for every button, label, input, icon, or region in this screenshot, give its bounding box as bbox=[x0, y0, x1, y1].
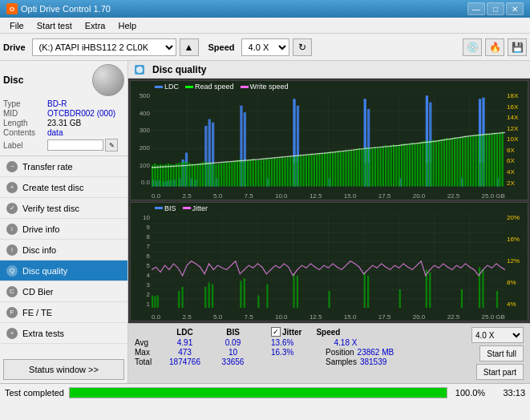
disc-quality-icon: Q bbox=[6, 265, 18, 277]
speed-select[interactable]: 4.0 X bbox=[241, 38, 289, 56]
chart2-svg bbox=[152, 214, 505, 309]
svg-rect-205 bbox=[181, 286, 183, 308]
svg-rect-214 bbox=[297, 275, 298, 308]
svg-rect-80 bbox=[237, 160, 238, 187]
svg-rect-180 bbox=[502, 132, 504, 187]
menu-file[interactable]: File bbox=[3, 19, 30, 32]
svg-rect-215 bbox=[329, 291, 330, 308]
drive-select[interactable]: (K:) ATAPI iHBS112 2 CL0K bbox=[32, 38, 176, 56]
close-button[interactable]: ✕ bbox=[506, 2, 524, 15]
save-button[interactable]: 💾 bbox=[508, 38, 527, 56]
svg-rect-108 bbox=[310, 153, 312, 186]
avg-bis: 0.09 bbox=[211, 338, 255, 347]
minimize-button[interactable]: — bbox=[467, 2, 485, 15]
svg-rect-160 bbox=[448, 139, 450, 187]
svg-rect-172 bbox=[480, 135, 482, 187]
svg-rect-97 bbox=[281, 157, 283, 187]
svg-rect-94 bbox=[273, 157, 275, 186]
svg-rect-152 bbox=[427, 141, 429, 186]
svg-rect-73 bbox=[218, 164, 220, 187]
svg-rect-165 bbox=[462, 136, 463, 186]
maximize-button[interactable]: □ bbox=[487, 2, 504, 15]
transfer-rate-icon: → bbox=[6, 161, 18, 172]
burn-button[interactable]: 🔥 bbox=[485, 38, 504, 56]
nav-label-verify-test: Verify test disc bbox=[22, 204, 79, 213]
sidebar-item-fe-te[interactable]: F FE / TE bbox=[0, 302, 127, 323]
eject-button[interactable]: ▲ bbox=[180, 38, 199, 56]
refresh-button[interactable]: ↻ bbox=[293, 38, 312, 56]
samples-value: 381539 bbox=[360, 357, 386, 366]
status-bar: Test completed 100.0% 33:13 bbox=[0, 383, 530, 401]
svg-rect-65 bbox=[196, 164, 198, 187]
sidebar-item-disc-quality[interactable]: Q Disc quality bbox=[0, 260, 127, 281]
svg-rect-77 bbox=[229, 162, 230, 186]
chart2-x-axis: 0.0 2.5 5.0 7.5 10.0 12.5 15.0 17.5 20.0… bbox=[152, 313, 505, 321]
content-area: Disc quality 500 400 300 200 100 0.0 18X bbox=[128, 61, 530, 383]
svg-rect-212 bbox=[266, 284, 268, 308]
sidebar-item-create-test-disc[interactable]: + Create test disc bbox=[0, 177, 127, 198]
svg-rect-151 bbox=[425, 140, 427, 186]
svg-rect-202 bbox=[154, 296, 156, 308]
menu-extra[interactable]: Extra bbox=[79, 19, 112, 32]
svg-rect-112 bbox=[322, 153, 323, 186]
svg-rect-92 bbox=[269, 159, 270, 186]
svg-rect-109 bbox=[314, 154, 315, 186]
disc-label-input[interactable] bbox=[47, 139, 103, 151]
elapsed-time: 33:13 bbox=[493, 388, 525, 398]
svg-rect-83 bbox=[245, 161, 246, 187]
svg-rect-70 bbox=[210, 163, 212, 186]
svg-rect-176 bbox=[491, 133, 492, 186]
svg-rect-149 bbox=[419, 142, 421, 186]
svg-rect-105 bbox=[303, 155, 305, 187]
svg-rect-153 bbox=[430, 140, 431, 186]
disc-contents-value: data bbox=[47, 128, 63, 137]
sidebar-item-drive-info[interactable]: i Drive info bbox=[0, 219, 127, 240]
svg-rect-157 bbox=[441, 139, 443, 187]
menu-help[interactable]: Help bbox=[111, 19, 143, 32]
svg-rect-147 bbox=[414, 143, 415, 187]
svg-rect-218 bbox=[399, 289, 401, 309]
drive-info-icon: i bbox=[6, 224, 18, 235]
stats-speed-select[interactable]: 4.0 X bbox=[471, 327, 524, 343]
status-text: Test completed bbox=[5, 388, 64, 398]
chart1-svg bbox=[152, 92, 505, 187]
svg-rect-101 bbox=[292, 157, 293, 187]
svg-rect-137 bbox=[387, 146, 389, 186]
svg-rect-216 bbox=[364, 272, 366, 308]
sidebar-item-transfer-rate[interactable]: → Transfer rate bbox=[0, 156, 127, 177]
svg-rect-155 bbox=[435, 140, 437, 186]
jitter-checkbox[interactable]: ✓ bbox=[271, 327, 281, 337]
chart2-y-axis-right: 20% 16% 12% 8% 4% bbox=[505, 214, 528, 309]
menu-start-test[interactable]: Start test bbox=[30, 19, 79, 32]
status-window-button[interactable]: Status window >> bbox=[3, 359, 124, 380]
disc-button[interactable]: 💿 bbox=[463, 38, 482, 56]
samples-label: Samples bbox=[326, 357, 357, 366]
svg-rect-91 bbox=[265, 158, 267, 186]
svg-rect-167 bbox=[467, 136, 469, 186]
svg-rect-142 bbox=[401, 144, 403, 187]
sidebar-item-extra-tests[interactable]: + Extra tests bbox=[0, 323, 127, 344]
svg-rect-163 bbox=[456, 138, 458, 186]
start-full-button[interactable]: Start full bbox=[479, 345, 524, 361]
sidebar-item-cd-bier[interactable]: C CD Bier bbox=[0, 281, 127, 302]
sidebar-item-verify-test-disc[interactable]: ✓ Verify test disc bbox=[0, 198, 127, 219]
disc-label-btn[interactable]: ✎ bbox=[105, 139, 118, 151]
max-jitter: 16.3% bbox=[271, 348, 319, 357]
sidebar-item-disc-info[interactable]: i Disc info bbox=[0, 240, 127, 260]
svg-rect-89 bbox=[261, 160, 262, 187]
svg-rect-104 bbox=[300, 155, 301, 186]
disc-info-icon: i bbox=[6, 244, 18, 256]
chart2-legend: BIS Jitter bbox=[155, 204, 208, 212]
start-part-button[interactable]: Start part bbox=[476, 364, 524, 380]
disc-contents-label: Contents bbox=[3, 128, 47, 137]
disc-type-value: BD-R bbox=[47, 99, 67, 108]
svg-rect-82 bbox=[241, 160, 243, 187]
svg-rect-85 bbox=[249, 160, 251, 187]
svg-rect-84 bbox=[247, 160, 249, 187]
avg-ldc: 4.91 bbox=[159, 338, 211, 347]
disc-length-value: 23.31 GB bbox=[47, 119, 81, 127]
svg-rect-220 bbox=[429, 272, 431, 308]
nav-label-disc-info: Disc info bbox=[22, 245, 56, 255]
svg-rect-50 bbox=[157, 165, 159, 187]
svg-rect-76 bbox=[226, 161, 228, 186]
